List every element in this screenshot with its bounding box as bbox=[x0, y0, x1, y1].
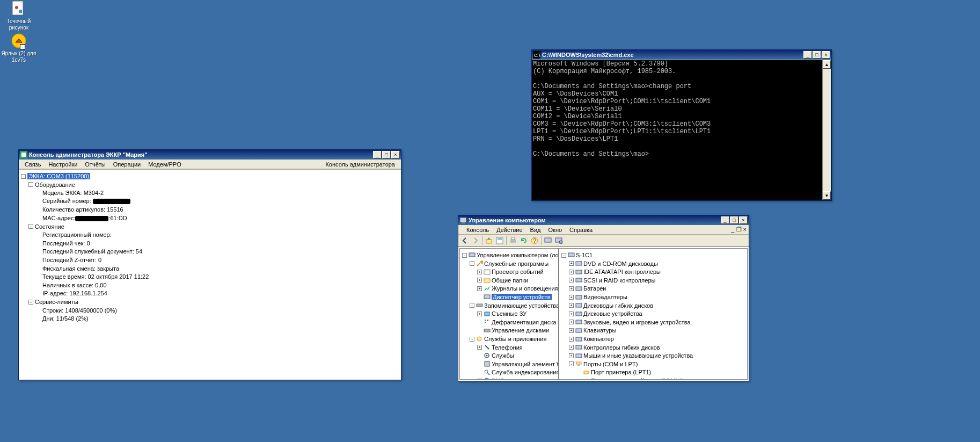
tree-leaf-days[interactable]: Дни: 11/548 (2%) bbox=[42, 315, 89, 322]
menu-console[interactable]: Консоль bbox=[463, 226, 493, 234]
tree-item[interactable]: DVD и CD-ROM дисководы bbox=[583, 260, 658, 266]
tree-toggle[interactable]: - bbox=[569, 361, 574, 366]
tree-leaf-regnum[interactable]: Регистрационный номер: bbox=[42, 231, 112, 238]
tree-item[interactable]: Дисководы гибких дисков bbox=[583, 302, 653, 308]
tree-toggle[interactable]: - bbox=[28, 182, 33, 187]
window-computer-management[interactable]: Управление компьютером _ □ × Консоль Дей… bbox=[458, 215, 749, 381]
tree-toggle[interactable]: + bbox=[569, 261, 574, 266]
tree-item[interactable]: Управление дисками bbox=[492, 327, 549, 334]
tree-node-equipment[interactable]: Оборудование bbox=[35, 181, 75, 187]
tree-toggle[interactable]: - bbox=[21, 174, 26, 179]
tree-toggle[interactable]: + bbox=[569, 303, 574, 308]
menu-console-admin[interactable]: Консоль администратора bbox=[321, 160, 399, 169]
tree-leaf-lastz[interactable]: Последний Z-отчёт: 0 bbox=[42, 257, 101, 263]
tree-toggle[interactable]: + bbox=[569, 286, 574, 291]
help-icon[interactable]: ? bbox=[530, 236, 539, 245]
titlebar[interactable]: Управление компьютером _ □ × bbox=[458, 215, 749, 225]
menu-operacii[interactable]: Операции bbox=[109, 160, 144, 169]
tree-leaf-fiscal[interactable]: Фискальная смена: закрыта bbox=[42, 265, 119, 271]
titlebar[interactable]: Консоль администратора ЭККР "Мария" _ □ … bbox=[19, 150, 401, 160]
tree-node-storage[interactable]: Запоминающие устройства bbox=[484, 302, 559, 308]
mdi-close-button[interactable]: × bbox=[743, 226, 747, 233]
tree-root-machine[interactable]: S-1C1 bbox=[576, 252, 593, 258]
tree-leaf-rows[interactable]: Строки: 1408/4500000 (0%) bbox=[42, 307, 117, 313]
device-icon[interactable] bbox=[544, 236, 552, 245]
tree-toggle[interactable]: + bbox=[569, 353, 574, 358]
tree-toggle[interactable]: - bbox=[28, 300, 33, 305]
tree-leaf-articles[interactable]: Количество артикулов: 15516 bbox=[42, 206, 123, 213]
tree-toggle[interactable]: - bbox=[470, 303, 474, 308]
maximize-button[interactable]: □ bbox=[730, 216, 738, 224]
tree-item[interactable]: Контроллеры гибких дисков bbox=[583, 344, 660, 350]
tree-item[interactable]: SCSI и RAID контроллеры bbox=[583, 277, 655, 283]
tree-item[interactable]: Съемные ЗУ bbox=[492, 310, 526, 317]
tree-toggle[interactable]: + bbox=[477, 278, 482, 282]
tree-item[interactable]: Телефония bbox=[492, 344, 523, 350]
menu-svyaz[interactable]: Связь bbox=[21, 160, 45, 169]
refresh-icon[interactable] bbox=[520, 236, 528, 245]
tree-leaf-ip[interactable]: IP-адрес: 192.168.1.254 bbox=[42, 290, 107, 296]
tree-toggle[interactable]: + bbox=[569, 270, 574, 274]
forward-icon[interactable] bbox=[471, 236, 480, 245]
tree-item[interactable]: Звуковые, видео и игровые устройства bbox=[583, 318, 691, 325]
scroll-track[interactable] bbox=[823, 69, 831, 191]
tree-item[interactable]: IDE ATA/ATAPI контроллеры bbox=[583, 269, 661, 275]
tree-toggle[interactable]: - bbox=[28, 224, 33, 229]
tree-leaf-lastdoc[interactable]: Последний служебный документ: 54 bbox=[42, 248, 142, 255]
scan-hardware-icon[interactable] bbox=[554, 236, 563, 245]
tree-toggle[interactable]: + bbox=[477, 270, 482, 274]
close-button[interactable]: × bbox=[822, 51, 830, 59]
minimize-button[interactable]: _ bbox=[721, 216, 729, 224]
tree-toggle[interactable]: + bbox=[477, 345, 482, 350]
menu-view[interactable]: Вид bbox=[526, 226, 545, 234]
menu-modem-ppo[interactable]: Модем/PPO bbox=[144, 160, 185, 169]
desktop-icon-shortcut-1cv7s[interactable]: ↗ Ярлык (2) для 1cv7s bbox=[0, 32, 38, 63]
tree-toggle[interactable]: + bbox=[569, 328, 574, 333]
tree-item[interactable]: Дисковые устройства bbox=[583, 310, 642, 317]
tree-toggle[interactable]: + bbox=[569, 320, 574, 324]
menu-otchety[interactable]: Отчёты bbox=[81, 160, 109, 169]
menu-window[interactable]: Окно bbox=[545, 226, 566, 234]
tree-item[interactable]: Просмотр событий bbox=[492, 269, 544, 275]
minimize-button[interactable]: _ bbox=[803, 51, 812, 59]
tree-item[interactable]: Службы bbox=[492, 352, 514, 359]
tree-item[interactable]: Мыши и иные указывающие устройства bbox=[583, 352, 693, 359]
tree-leaf-time[interactable]: Текущее время: 02 октября 2017 11:22 bbox=[42, 273, 149, 280]
maximize-button[interactable]: □ bbox=[382, 151, 391, 158]
tree-toggle[interactable]: + bbox=[569, 345, 574, 350]
tree-item[interactable]: Клавиатуры bbox=[583, 327, 616, 334]
menu-help[interactable]: Справка bbox=[566, 226, 596, 234]
tree-item-device-manager[interactable]: Диспетчер устройств bbox=[492, 294, 552, 300]
menu-nastroiki[interactable]: Настройки bbox=[45, 160, 81, 169]
tree-leaf-lastcheck[interactable]: Последний чек: 0 bbox=[42, 240, 90, 246]
tree-node-ports[interactable]: Порты (COM и LPT) bbox=[583, 360, 638, 367]
tree-node-system-tools[interactable]: Служебные программы bbox=[484, 260, 548, 266]
tree-item[interactable]: Видеоадаптеры bbox=[583, 294, 627, 300]
tree-toggle[interactable]: + bbox=[477, 286, 482, 291]
mdi-minimize-button[interactable]: _ bbox=[731, 226, 734, 233]
tree-item[interactable]: Служба индексирования bbox=[492, 369, 559, 375]
print-icon[interactable] bbox=[509, 236, 517, 245]
tree-toggle[interactable]: + bbox=[569, 295, 574, 300]
tree-item[interactable]: Последовательный порт (COM11) bbox=[591, 378, 684, 380]
tree-toggle[interactable]: + bbox=[569, 337, 574, 342]
titlebar[interactable]: c:\ C:\WINDOWS\system32\cmd.exe _ □ × bbox=[532, 50, 831, 60]
menu-action[interactable]: Действие bbox=[493, 226, 526, 234]
tree-toggle[interactable]: - bbox=[470, 337, 474, 342]
tree-leaf-model[interactable]: Модель ЭККА: M304-2 bbox=[42, 190, 104, 196]
scrollbar[interactable]: ▲ ▼ bbox=[822, 60, 831, 200]
tree-leaf-mac[interactable]: MAC-адрес::61:DD bbox=[42, 215, 127, 221]
tree-toggle[interactable]: - bbox=[561, 253, 566, 258]
tree-toggle[interactable]: - bbox=[462, 253, 467, 258]
desktop-icon-bitmap[interactable]: Точечный рисунок bbox=[0, 0, 38, 31]
properties-icon[interactable] bbox=[495, 236, 504, 245]
tree-node-services-apps[interactable]: Службы и приложения bbox=[484, 336, 546, 342]
tree-item[interactable]: Общие папки bbox=[492, 277, 528, 283]
tree-item[interactable]: DNS bbox=[492, 378, 504, 380]
tree-item[interactable]: Порт принтера (LPT1) bbox=[591, 369, 651, 375]
tree-item[interactable]: Управляющий элемент WM bbox=[492, 360, 559, 367]
minimize-button[interactable]: _ bbox=[373, 151, 382, 158]
close-button[interactable]: × bbox=[391, 151, 400, 158]
back-icon[interactable] bbox=[460, 236, 469, 245]
tree-leaf-cash[interactable]: Наличных в кассе: 0,00 bbox=[42, 281, 107, 288]
